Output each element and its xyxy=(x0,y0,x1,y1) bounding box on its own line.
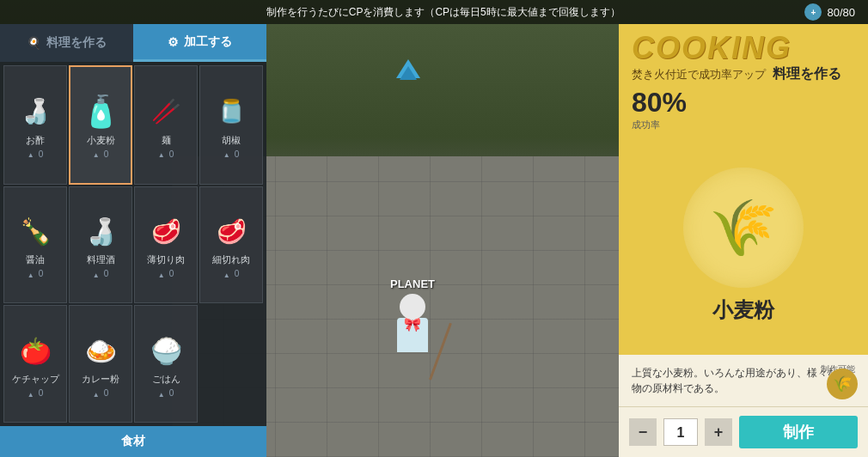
person-icon10 xyxy=(93,389,101,398)
process-icon: ⚙ xyxy=(168,35,179,49)
item-description: 上質な小麦粉。いろんな用途があり、様々な粉物の原材料である。 制作可能 0 🌾 xyxy=(619,355,868,406)
rice-icon: 🍚 xyxy=(145,332,186,369)
sake-count: 0 xyxy=(93,269,109,278)
cp-display: 80/80 xyxy=(827,6,855,19)
top-bar: 制作を行うたびにCPを消費します（CPは毎日5時に最大値まで回復します） + 8… xyxy=(0,0,868,24)
showcase-item-icon: 🌾 xyxy=(709,196,778,260)
character: PLANET 🎀 xyxy=(387,277,438,371)
grid-item-osu[interactable]: 🍶 お酢 0 xyxy=(3,65,67,185)
item-showcase: 🌾 小麦粉 xyxy=(619,137,868,355)
noodle-count: 0 xyxy=(158,149,174,159)
person-icon4 xyxy=(223,149,232,158)
tab-cook-label: 料理を作る xyxy=(46,35,107,51)
cooking-header: COOKING 焚き火付近で成功率アップ 料理を作る 80% 成功率 xyxy=(619,24,868,137)
quantity-display: 1 xyxy=(663,418,698,446)
success-rate-area: 80% 成功率 xyxy=(632,87,855,131)
noodle-name: 麺 xyxy=(162,134,171,147)
char-head xyxy=(400,294,425,320)
cp-icon: + xyxy=(804,3,822,21)
flour-name: 小麦粉 xyxy=(87,134,115,147)
success-rate-number: 80% xyxy=(632,87,687,118)
nav-arrow[interactable] xyxy=(391,52,425,86)
pepper-count: 0 xyxy=(223,149,240,159)
item-small-icon: 🌾 xyxy=(827,369,858,399)
ketchup-count: 0 xyxy=(28,388,44,398)
flour-count: 0 xyxy=(93,149,109,159)
person-icon5 xyxy=(28,270,36,278)
grid-item-rice[interactable]: 🍚 ごはん 0 xyxy=(134,305,198,423)
grid-item-soysauce[interactable]: 🍾 醤油 0 xyxy=(3,186,67,304)
grid-item-curry[interactable]: 🍛 カレー粉 0 xyxy=(69,305,132,423)
plus-button[interactable]: + xyxy=(705,418,732,446)
cook-icon: 🍳 xyxy=(27,36,41,50)
sake-name: 料理酒 xyxy=(87,253,115,266)
thinmeat-count: 0 xyxy=(158,269,174,278)
soysauce-name: 醤油 xyxy=(26,253,45,266)
notice-text: 制作を行うたびにCPを消費します（CPは毎日5時に最大値まで回復します） xyxy=(82,5,804,20)
person-icon xyxy=(28,149,36,158)
craft-button[interactable]: 制作 xyxy=(739,416,858,448)
cutmeat-icon: 🥩 xyxy=(211,212,252,250)
character-name: PLANET xyxy=(387,277,438,290)
arrow-up-icon xyxy=(396,59,420,78)
grid-item-cutmeat[interactable]: 🥩 細切れ肉 0 xyxy=(199,186,263,304)
person-icon8 xyxy=(223,270,232,278)
person-icon3 xyxy=(158,149,167,158)
tab-cook[interactable]: 🍳 料理を作る xyxy=(0,24,133,62)
item-grid: 🍶 お酢 0 🧴 小麦粉 0 🥢 麺 0 🫙 胡椒 xyxy=(0,62,266,426)
cooking-title: COOKING xyxy=(632,33,855,64)
grid-item-sake[interactable]: 🍶 料理酒 0 xyxy=(69,186,132,304)
grid-item-empty xyxy=(199,305,263,423)
success-rate-label: 成功率 xyxy=(632,119,855,131)
cutmeat-name: 細切れ肉 xyxy=(212,253,250,266)
flour-icon: 🧴 xyxy=(80,93,121,131)
tab-process-label: 加工する xyxy=(184,34,232,50)
char-torso: 🎀 xyxy=(397,318,428,352)
person-icon11 xyxy=(158,389,167,398)
grid-item-flour[interactable]: 🧴 小麦粉 0 xyxy=(69,65,132,185)
tab-process[interactable]: ⚙ 加工する xyxy=(133,24,266,62)
grid-item-thinmeat[interactable]: 🥩 薄切り肉 0 xyxy=(134,186,198,304)
left-panel: 🍳 料理を作る ⚙ 加工する 🍶 お酢 0 🧴 小麦粉 0 🥢 xyxy=(0,24,266,457)
right-panel: COOKING 焚き火付近で成功率アップ 料理を作る 80% 成功率 🌾 小麦粉… xyxy=(619,24,868,457)
item-display-name: 小麦粉 xyxy=(712,296,774,324)
osu-icon: 🍶 xyxy=(15,93,56,131)
bottom-tab[interactable]: 食材 xyxy=(0,426,266,457)
person-icon6 xyxy=(93,270,101,278)
thinmeat-name: 薄切り肉 xyxy=(147,253,185,266)
osu-count: 0 xyxy=(28,149,44,159)
curry-icon: 🍛 xyxy=(80,332,121,369)
ketchup-name: ケチャップ xyxy=(12,373,59,386)
grid-item-ketchup[interactable]: 🍅 ケチャップ 0 xyxy=(3,305,67,423)
showcase-circle: 🌾 xyxy=(683,168,804,288)
grid-item-pepper[interactable]: 🫙 胡椒 0 xyxy=(199,65,263,185)
curry-count: 0 xyxy=(93,388,109,398)
subtitle-action: 料理を作る xyxy=(773,66,841,81)
subtitle-hint: 焚き火付近で成功率アップ xyxy=(632,68,766,81)
curry-name: カレー粉 xyxy=(82,373,119,386)
ketchup-icon: 🍅 xyxy=(15,332,56,369)
person-icon7 xyxy=(158,270,167,278)
tab-header: 🍳 料理を作る ⚙ 加工する xyxy=(0,24,266,62)
person-icon9 xyxy=(28,389,36,398)
soysauce-icon: 🍾 xyxy=(15,212,56,250)
thinmeat-icon: 🥩 xyxy=(145,212,186,250)
bottom-tab-label: 食材 xyxy=(121,434,145,449)
osu-name: お酢 xyxy=(26,134,45,147)
cp-area: + 80/80 xyxy=(804,3,855,21)
small-ingredient-icon: 🌾 xyxy=(827,369,858,399)
noodle-icon: 🥢 xyxy=(145,93,186,131)
person-icon2 xyxy=(93,149,101,158)
rice-name: ごはん xyxy=(152,373,180,386)
cutmeat-count: 0 xyxy=(223,269,240,278)
character-body: 🎀 xyxy=(387,294,438,371)
rice-count: 0 xyxy=(158,388,174,398)
cooking-subtitle: 焚き火付近で成功率アップ 料理を作る xyxy=(632,65,855,83)
soysauce-count: 0 xyxy=(28,269,44,278)
grid-item-noodle[interactable]: 🥢 麺 0 xyxy=(134,65,198,185)
sake-icon: 🍶 xyxy=(80,212,121,250)
minus-button[interactable]: − xyxy=(629,418,657,446)
pepper-icon: 🫙 xyxy=(211,93,252,131)
craft-controls: − 1 + 制作 xyxy=(619,406,868,457)
pepper-name: 胡椒 xyxy=(222,134,241,147)
